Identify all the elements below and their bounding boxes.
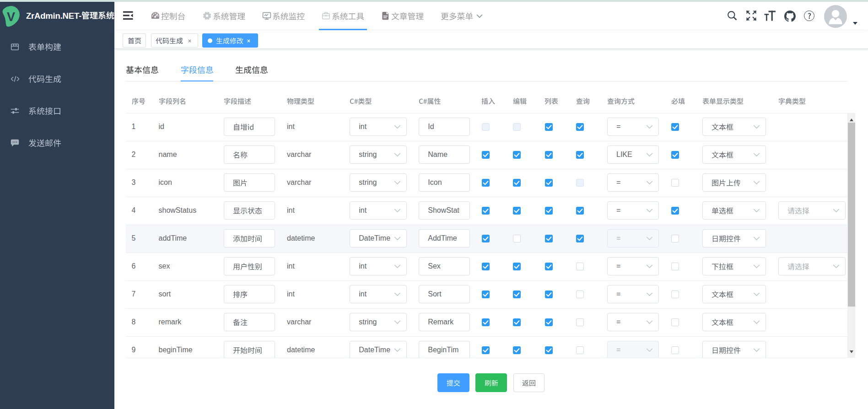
svg-text:V: V — [7, 10, 15, 24]
